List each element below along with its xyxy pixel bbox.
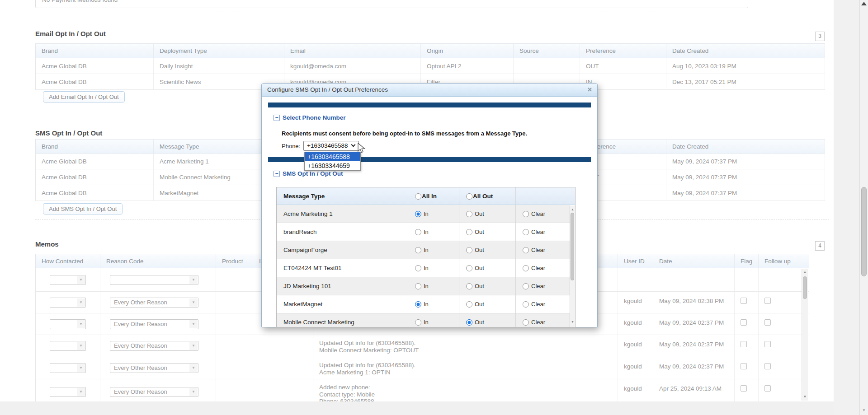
radio-out[interactable] [466, 265, 472, 271]
radio-in[interactable] [415, 211, 421, 217]
radio-clear[interactable] [523, 265, 529, 271]
follow-up-checkbox[interactable] [764, 363, 771, 369]
radio-in[interactable] [415, 265, 421, 271]
message-type-name: Acme Marketing 1 [277, 205, 408, 223]
phone-option[interactable]: +16303344659 [305, 161, 360, 170]
how-contacted-cell: ▼ [35, 292, 100, 313]
how-contacted-select[interactable]: ▼ [50, 319, 86, 329]
scroll-down-icon[interactable]: ▼ [802, 394, 808, 400]
message-type-scrollbar[interactable]: ▲ ▼ [570, 205, 575, 327]
memos-count-badge: 4 [815, 241, 825, 251]
phone-section-title[interactable]: Select Phone Number [283, 114, 346, 121]
follow-up-checkbox[interactable] [764, 385, 771, 392]
chevron-down-icon: ▼ [189, 276, 198, 284]
follow-up-checkbox[interactable] [764, 341, 771, 347]
radio-out[interactable] [466, 283, 472, 289]
reason-code-select[interactable]: ▼ [110, 275, 198, 285]
flag-checkbox[interactable] [741, 319, 747, 326]
out-label: Out [475, 301, 484, 308]
how-contacted-select[interactable]: ▼ [50, 275, 86, 285]
table-cell: Dec 13, 2017 05:21 PM [666, 74, 825, 90]
how-contacted-select[interactable]: ▼ [50, 387, 86, 397]
sms-section-title[interactable]: SMS Opt In / Opt Out [283, 170, 343, 177]
chevron-down-icon: ▼ [189, 342, 198, 350]
collapse-icon[interactable]: − [274, 171, 280, 177]
radio-in[interactable] [415, 319, 421, 326]
radio-clear[interactable] [523, 283, 529, 289]
how-contacted-cell: ▼ [35, 268, 100, 292]
clear-option-cell: Clear [515, 313, 570, 327]
col-preference: Preference [580, 43, 666, 58]
memos-scrollbar-thumb[interactable] [803, 276, 807, 299]
product-cell [216, 335, 253, 357]
how-contacted-select[interactable]: ▼ [50, 341, 86, 351]
radio-out[interactable] [466, 247, 472, 253]
follow-up-checkbox[interactable] [764, 298, 771, 304]
chevron-down-icon: ▼ [77, 320, 85, 328]
page-scrollbar-thumb[interactable] [861, 187, 867, 276]
reason-code-select[interactable]: Every Other Reason▼ [110, 363, 198, 373]
product-cell [216, 292, 253, 313]
scroll-down-icon[interactable]: ▼ [570, 319, 575, 325]
col-follow-up: Follow up [759, 254, 809, 268]
scroll-up-icon[interactable]: ▲ [802, 269, 808, 275]
flag-checkbox[interactable] [741, 385, 747, 392]
in-label: In [424, 283, 429, 289]
flag-checkbox[interactable] [741, 298, 747, 304]
scroll-down-icon[interactable]: ▼ [860, 407, 868, 414]
radio-out[interactable] [466, 211, 472, 217]
how-contacted-select[interactable]: ▼ [50, 363, 86, 373]
email-table-header: Brand Deployment Type Email Origin Sourc… [35, 43, 825, 58]
flag-checkbox[interactable] [741, 363, 747, 369]
select-value: Every Other Reason [110, 364, 198, 373]
memos-scrollbar[interactable]: ▲ ▼ [802, 269, 808, 401]
table-cell: Acme Global DB [35, 154, 154, 169]
in-option-cell: In [408, 241, 459, 259]
radio-clear[interactable] [523, 319, 529, 326]
all-out-radio[interactable] [466, 193, 472, 200]
phone-option[interactable]: +16303465588 [305, 152, 360, 161]
message-type-name: Mobile Connect Marketing [277, 313, 408, 327]
message-type-row: Acme Marketing 1InOutClear [277, 205, 570, 223]
scroll-up-icon[interactable]: ▲ [570, 206, 575, 213]
date-cell [653, 268, 735, 292]
in-option-cell: In [408, 313, 459, 327]
radio-in[interactable] [415, 301, 421, 308]
add-sms-optin-button[interactable]: Add SMS Opt In / Opt Out [43, 203, 123, 214]
radio-clear[interactable] [523, 247, 529, 253]
out-option-cell: Out [459, 241, 515, 259]
collapse-icon[interactable]: − [274, 115, 280, 121]
table-cell [514, 58, 580, 74]
all-in-radio[interactable] [415, 193, 421, 200]
reason-code-select[interactable]: Every Other Reason▼ [110, 341, 198, 351]
issue-cell [253, 357, 313, 379]
close-icon[interactable]: ✕ [587, 86, 592, 93]
message-type-scrollbar-thumb[interactable] [571, 213, 574, 280]
radio-clear[interactable] [523, 211, 529, 217]
follow-up-checkbox[interactable] [764, 319, 771, 326]
radio-in[interactable] [415, 247, 421, 253]
chevron-down-icon: ▼ [189, 364, 198, 372]
radio-clear[interactable] [523, 229, 529, 235]
reason-code-select[interactable]: Every Other Reason▼ [110, 387, 198, 397]
email-optin-count-badge: 3 [815, 32, 825, 41]
table-cell: May 09, 2024 07:37 PM [666, 154, 825, 169]
radio-in[interactable] [415, 283, 421, 289]
customer-profile-page: No Payment Methods found Email Opt In / … [0, 0, 868, 415]
message-type-table-wrap: Message Type All In All Out Acme Marketi… [276, 187, 576, 327]
how-contacted-select[interactable]: ▼ [50, 298, 86, 308]
page-scrollbar[interactable]: ▼ [859, 0, 868, 415]
radio-clear[interactable] [523, 301, 529, 308]
radio-out[interactable] [466, 301, 472, 308]
reason-code-select[interactable]: Every Other Reason▼ [110, 298, 198, 308]
radio-in[interactable] [415, 229, 421, 235]
radio-out[interactable] [466, 229, 472, 235]
flag-cell [735, 357, 759, 379]
phone-select[interactable]: +16303465588 [303, 141, 359, 151]
flag-checkbox[interactable] [741, 341, 747, 347]
radio-out[interactable] [466, 319, 472, 326]
dialog-titlebar[interactable]: Configure SMS Opt In / Opt Out Preferenc… [262, 84, 597, 97]
scroll-up-icon[interactable] [861, 2, 867, 5]
add-email-optin-button[interactable]: Add Email Opt In / Opt Out [43, 91, 125, 103]
reason-code-select[interactable]: Every Other Reason▼ [110, 319, 198, 329]
